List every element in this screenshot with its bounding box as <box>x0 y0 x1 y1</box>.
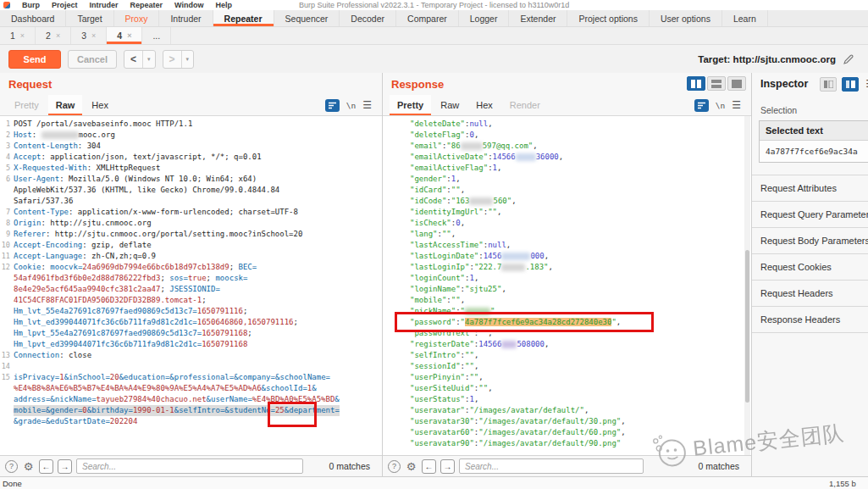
code-line: "sessionId":"", <box>410 361 751 372</box>
show-newlines-icon[interactable]: \n <box>346 101 356 110</box>
edit-target-icon[interactable] <box>843 53 854 65</box>
tab-comparer[interactable]: Comparer <box>396 10 459 26</box>
response-search-input[interactable] <box>459 458 644 474</box>
menu-help[interactable]: Help <box>215 1 232 9</box>
close-tab-icon[interactable]: × <box>20 31 25 40</box>
next-match-button[interactable]: → <box>440 459 455 474</box>
code-line: 11Accept-Language: zh-CN,zh;q=0.9 <box>0 251 382 262</box>
wrap-lines-icon[interactable] <box>325 99 340 112</box>
chevron-down-icon[interactable]: ▾ <box>181 51 194 68</box>
tab-intruder[interactable]: Intruder <box>159 10 213 26</box>
view-tab-render[interactable]: Render <box>502 95 548 115</box>
code-line: "loginName":"sjtu25", <box>410 284 751 295</box>
repeater-tab-4[interactable]: 4× <box>107 27 142 44</box>
response-view-tabs: PrettyRawHexRender \n ☰ <box>383 95 751 116</box>
tab-extender[interactable]: Extender <box>509 10 567 26</box>
inspector-section-response-headers[interactable]: Response Headers <box>752 307 868 333</box>
repeater-tab-[interactable]: ... <box>142 27 171 44</box>
menu-intruder[interactable]: Intruder <box>90 1 119 9</box>
inspector-section-request-body-parameters[interactable]: Request Body Parameters <box>752 228 868 254</box>
redacted-blur <box>469 197 493 205</box>
back-arrow-icon: < <box>124 53 142 65</box>
help-icon[interactable]: ? <box>388 460 401 473</box>
redacted-blur <box>501 264 525 271</box>
layout-rows-icon[interactable] <box>707 76 726 91</box>
repeater-tab-1[interactable]: 1× <box>0 27 36 44</box>
menu-repeater[interactable]: Repeater <box>130 1 163 9</box>
request-search-input[interactable] <box>76 458 303 474</box>
inspector-section-request-query-parameters[interactable]: Request Query Parameters <box>752 202 868 228</box>
line-number: 10 <box>0 240 10 251</box>
code-line: "useravatar":"/images/avatar/default/", <box>410 405 751 416</box>
line-number <box>0 416 10 427</box>
history-back-button[interactable]: < ▾ <box>124 50 156 69</box>
layout-buttons <box>687 76 746 91</box>
menu-window[interactable]: Window <box>174 1 203 9</box>
tab-user-options[interactable]: User options <box>650 10 722 26</box>
repeater-tab-2[interactable]: 2× <box>36 27 71 44</box>
menu-project[interactable]: Project <box>52 1 78 9</box>
tab-learn[interactable]: Learn <box>722 10 768 26</box>
line-number: 3 <box>0 141 10 152</box>
view-tab-hex[interactable]: Hex <box>468 95 500 115</box>
view-tab-pretty[interactable]: Pretty <box>7 95 47 115</box>
inspector-dock-icon[interactable] <box>820 77 837 92</box>
inspector-expand-icon[interactable] <box>842 77 859 92</box>
history-forward-button[interactable]: > ▾ <box>163 50 195 69</box>
inspector-section-request-headers[interactable]: Request Headers <box>752 281 868 307</box>
line-number: 6 <box>0 174 10 185</box>
repeater-toolbar: Send Cancel < ▾ > ▾ Target: http://sjtu.… <box>0 45 868 73</box>
cancel-button[interactable]: Cancel <box>68 50 117 69</box>
line-number <box>0 306 10 317</box>
layout-single-icon[interactable] <box>727 76 746 91</box>
tab-repeater[interactable]: Repeater <box>213 10 274 26</box>
selected-text-header[interactable]: Selected text <box>760 121 868 141</box>
tab-target[interactable]: Target <box>66 10 113 26</box>
view-tab-pretty[interactable]: Pretty <box>390 95 431 115</box>
inspector-title: Inspector <box>760 78 808 90</box>
chevron-down-icon[interactable]: ▾ <box>142 51 155 68</box>
editor-menu-icon[interactable]: ☰ <box>362 99 372 111</box>
gear-icon[interactable]: ⚙ <box>405 460 417 473</box>
view-tab-raw[interactable]: Raw <box>48 95 83 115</box>
wrap-lines-icon[interactable] <box>694 99 709 112</box>
line-number: 4 <box>0 152 10 163</box>
inspector-section-request-attributes[interactable]: Request Attributes <box>752 175 868 202</box>
code-line: address=&nickName=tayueb27984%40chacuo.n… <box>0 394 382 405</box>
status-message: Done <box>3 479 22 488</box>
response-editor[interactable]: "deleteDate":null,"deleteFlag":0,"email"… <box>383 116 751 455</box>
menu-burp[interactable]: Burp <box>22 1 40 9</box>
layout-columns-icon[interactable] <box>687 76 705 91</box>
request-editor[interactable]: 1POST /portal/savebaseinfo.mooc HTTP/1.1… <box>0 116 382 455</box>
code-line: "deleteFlag":0, <box>410 130 751 141</box>
show-newlines-icon[interactable]: \n <box>716 101 725 110</box>
repeater-tab-3[interactable]: 3× <box>71 27 107 44</box>
code-line: "emailActiveFlag":1, <box>410 163 751 174</box>
editor-menu-icon[interactable]: ☰ <box>732 99 741 111</box>
view-tab-hex[interactable]: Hex <box>84 95 116 115</box>
code-line: Hm_lvt_ed399044071fc36c6b711fa9d81c2d1c=… <box>0 317 382 328</box>
view-tab-raw[interactable]: Raw <box>433 95 467 115</box>
response-scrollbar[interactable] <box>744 116 750 455</box>
close-tab-icon[interactable]: × <box>127 31 131 40</box>
help-icon[interactable]: ? <box>5 460 18 473</box>
line-number: 9 <box>0 229 10 240</box>
tab-proxy[interactable]: Proxy <box>114 10 160 26</box>
code-line: &grade=&eduStartDate=202204 <box>0 416 382 427</box>
close-tab-icon[interactable]: × <box>56 31 60 40</box>
code-line: Hm_lvt_55e4a27691c87697faed90869c5d13c7=… <box>0 306 382 317</box>
tab-decoder[interactable]: Decoder <box>340 10 396 26</box>
target-bar: Target: http://sjtu.cnmooc.org <box>698 53 860 65</box>
response-panel: Response PrettyRawHexRender \n ☰ "delete… <box>383 73 752 476</box>
gear-icon[interactable]: ⚙ <box>22 460 35 473</box>
tab-project-options[interactable]: Project options <box>567 10 649 26</box>
tab-logger[interactable]: Logger <box>459 10 510 26</box>
prev-match-button[interactable]: ← <box>422 459 436 474</box>
next-match-button[interactable]: → <box>58 459 72 474</box>
close-tab-icon[interactable]: × <box>91 31 96 40</box>
send-button[interactable]: Send <box>8 50 61 69</box>
tab-dashboard[interactable]: Dashboard <box>0 10 66 26</box>
tab-sequencer[interactable]: Sequencer <box>274 10 340 26</box>
inspector-section-request-cookies[interactable]: Request Cookies <box>752 254 868 281</box>
prev-match-button[interactable]: ← <box>39 459 53 474</box>
